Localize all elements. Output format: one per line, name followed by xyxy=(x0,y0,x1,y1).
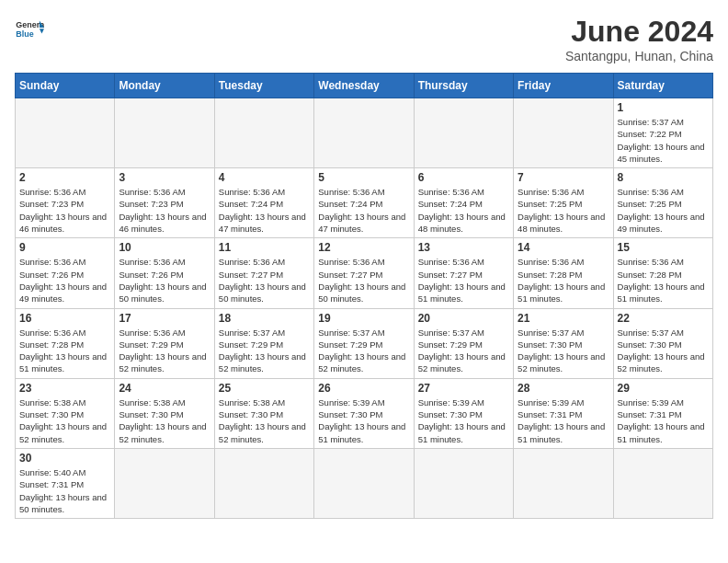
calendar-cell: 27Sunrise: 5:39 AM Sunset: 7:30 PM Dayli… xyxy=(414,378,513,448)
day-number: 1 xyxy=(618,101,709,114)
day-info: Sunrise: 5:37 AM Sunset: 7:29 PM Dayligh… xyxy=(418,327,509,375)
day-number: 10 xyxy=(119,241,210,254)
day-number: 13 xyxy=(418,241,509,254)
calendar-cell: 26Sunrise: 5:39 AM Sunset: 7:30 PM Dayli… xyxy=(314,378,414,448)
calendar-table: SundayMondayTuesdayWednesdayThursdayFrid… xyxy=(15,73,713,519)
day-info: Sunrise: 5:36 AM Sunset: 7:26 PM Dayligh… xyxy=(19,256,110,304)
day-number: 21 xyxy=(518,312,609,325)
calendar-cell: 11Sunrise: 5:36 AM Sunset: 7:27 PM Dayli… xyxy=(214,238,313,308)
day-number: 17 xyxy=(119,312,210,325)
calendar-cell: 14Sunrise: 5:36 AM Sunset: 7:28 PM Dayli… xyxy=(514,238,613,308)
calendar-cell xyxy=(314,98,414,168)
day-info: Sunrise: 5:39 AM Sunset: 7:31 PM Dayligh… xyxy=(518,396,609,445)
weekday-header-wednesday: Wednesday xyxy=(314,74,414,98)
day-info: Sunrise: 5:36 AM Sunset: 7:24 PM Dayligh… xyxy=(219,186,310,235)
calendar-cell: 5Sunrise: 5:36 AM Sunset: 7:24 PM Daylig… xyxy=(314,168,414,238)
calendar-cell: 18Sunrise: 5:37 AM Sunset: 7:29 PM Dayli… xyxy=(214,308,313,378)
day-info: Sunrise: 5:36 AM Sunset: 7:24 PM Dayligh… xyxy=(418,186,509,235)
day-info: Sunrise: 5:36 AM Sunset: 7:27 PM Dayligh… xyxy=(318,256,409,304)
calendar-cell: 22Sunrise: 5:37 AM Sunset: 7:30 PM Dayli… xyxy=(613,308,712,378)
day-number: 25 xyxy=(219,382,310,395)
calendar-cell xyxy=(16,98,115,168)
calendar-cell: 2Sunrise: 5:36 AM Sunset: 7:23 PM Daylig… xyxy=(16,168,115,238)
calendar-cell xyxy=(115,98,214,168)
calendar-cell: 21Sunrise: 5:37 AM Sunset: 7:30 PM Dayli… xyxy=(514,308,613,378)
calendar-cell: 13Sunrise: 5:36 AM Sunset: 7:27 PM Dayli… xyxy=(414,238,513,308)
calendar-cell xyxy=(514,98,613,168)
calendar-cell: 24Sunrise: 5:38 AM Sunset: 7:30 PM Dayli… xyxy=(115,378,214,448)
calendar-cell: 1Sunrise: 5:37 AM Sunset: 7:22 PM Daylig… xyxy=(613,98,712,168)
day-number: 12 xyxy=(318,241,409,254)
calendar-cell xyxy=(214,448,313,518)
day-number: 18 xyxy=(219,312,310,325)
day-info: Sunrise: 5:36 AM Sunset: 7:27 PM Dayligh… xyxy=(219,256,310,304)
day-number: 3 xyxy=(119,171,210,184)
calendar-cell: 15Sunrise: 5:36 AM Sunset: 7:28 PM Dayli… xyxy=(613,238,712,308)
calendar-cell: 20Sunrise: 5:37 AM Sunset: 7:29 PM Dayli… xyxy=(414,308,513,378)
day-number: 11 xyxy=(219,241,310,254)
location-subtitle: Santangpu, Hunan, China xyxy=(565,49,713,63)
weekday-header-sunday: Sunday xyxy=(16,74,115,98)
calendar-cell xyxy=(314,448,414,518)
calendar-cell: 4Sunrise: 5:36 AM Sunset: 7:24 PM Daylig… xyxy=(214,168,313,238)
day-number: 29 xyxy=(618,382,709,395)
day-number: 4 xyxy=(219,171,310,184)
calendar-cell: 23Sunrise: 5:38 AM Sunset: 7:30 PM Dayli… xyxy=(16,378,115,448)
day-info: Sunrise: 5:36 AM Sunset: 7:25 PM Dayligh… xyxy=(618,186,709,235)
day-info: Sunrise: 5:36 AM Sunset: 7:28 PM Dayligh… xyxy=(19,327,110,375)
day-number: 16 xyxy=(19,312,110,325)
day-info: Sunrise: 5:37 AM Sunset: 7:29 PM Dayligh… xyxy=(318,327,409,375)
day-info: Sunrise: 5:38 AM Sunset: 7:30 PM Dayligh… xyxy=(19,396,110,445)
calendar-cell: 8Sunrise: 5:36 AM Sunset: 7:25 PM Daylig… xyxy=(613,168,712,238)
day-number: 19 xyxy=(318,312,409,325)
calendar-cell xyxy=(214,98,313,168)
weekday-header-saturday: Saturday xyxy=(613,74,712,98)
logo: General Blue xyxy=(15,15,44,44)
calendar-cell xyxy=(414,98,513,168)
day-number: 5 xyxy=(318,171,409,184)
day-number: 28 xyxy=(518,382,609,395)
day-info: Sunrise: 5:36 AM Sunset: 7:27 PM Dayligh… xyxy=(418,256,509,304)
day-info: Sunrise: 5:38 AM Sunset: 7:30 PM Dayligh… xyxy=(219,396,310,445)
day-info: Sunrise: 5:39 AM Sunset: 7:31 PM Dayligh… xyxy=(618,396,709,445)
calendar-cell: 30Sunrise: 5:40 AM Sunset: 7:31 PM Dayli… xyxy=(16,448,115,518)
calendar-cell: 25Sunrise: 5:38 AM Sunset: 7:30 PM Dayli… xyxy=(214,378,313,448)
day-number: 30 xyxy=(19,452,110,465)
calendar-cell: 29Sunrise: 5:39 AM Sunset: 7:31 PM Dayli… xyxy=(613,378,712,448)
day-info: Sunrise: 5:36 AM Sunset: 7:28 PM Dayligh… xyxy=(618,256,709,304)
weekday-header-tuesday: Tuesday xyxy=(214,74,313,98)
calendar-cell xyxy=(514,448,613,518)
day-number: 27 xyxy=(418,382,509,395)
calendar-cell: 10Sunrise: 5:36 AM Sunset: 7:26 PM Dayli… xyxy=(115,238,214,308)
day-number: 6 xyxy=(418,171,509,184)
day-info: Sunrise: 5:36 AM Sunset: 7:25 PM Dayligh… xyxy=(518,186,609,235)
day-number: 20 xyxy=(418,312,509,325)
calendar-cell: 3Sunrise: 5:36 AM Sunset: 7:23 PM Daylig… xyxy=(115,168,214,238)
day-info: Sunrise: 5:36 AM Sunset: 7:28 PM Dayligh… xyxy=(518,256,609,304)
day-info: Sunrise: 5:36 AM Sunset: 7:26 PM Dayligh… xyxy=(119,256,210,304)
month-title: June 2024 xyxy=(565,15,713,49)
day-number: 24 xyxy=(119,382,210,395)
day-info: Sunrise: 5:37 AM Sunset: 7:29 PM Dayligh… xyxy=(219,327,310,375)
calendar-cell xyxy=(414,448,513,518)
day-number: 14 xyxy=(518,241,609,254)
day-number: 7 xyxy=(518,171,609,184)
calendar-cell: 7Sunrise: 5:36 AM Sunset: 7:25 PM Daylig… xyxy=(514,168,613,238)
day-number: 22 xyxy=(618,312,709,325)
day-info: Sunrise: 5:36 AM Sunset: 7:23 PM Dayligh… xyxy=(19,186,110,235)
day-info: Sunrise: 5:38 AM Sunset: 7:30 PM Dayligh… xyxy=(119,396,210,445)
title-area: June 2024 Santangpu, Hunan, China xyxy=(565,15,713,63)
day-number: 23 xyxy=(19,382,110,395)
day-info: Sunrise: 5:39 AM Sunset: 7:30 PM Dayligh… xyxy=(318,396,409,445)
day-number: 2 xyxy=(19,171,110,184)
weekday-header-thursday: Thursday xyxy=(414,74,513,98)
svg-marker-3 xyxy=(40,29,44,33)
calendar-cell: 17Sunrise: 5:36 AM Sunset: 7:29 PM Dayli… xyxy=(115,308,214,378)
calendar-cell: 6Sunrise: 5:36 AM Sunset: 7:24 PM Daylig… xyxy=(414,168,513,238)
header: General Blue June 2024 Santangpu, Hunan,… xyxy=(15,15,713,63)
day-number: 8 xyxy=(618,171,709,184)
day-number: 9 xyxy=(19,241,110,254)
calendar-cell xyxy=(613,448,712,518)
weekday-header-monday: Monday xyxy=(115,74,214,98)
calendar-cell: 16Sunrise: 5:36 AM Sunset: 7:28 PM Dayli… xyxy=(16,308,115,378)
